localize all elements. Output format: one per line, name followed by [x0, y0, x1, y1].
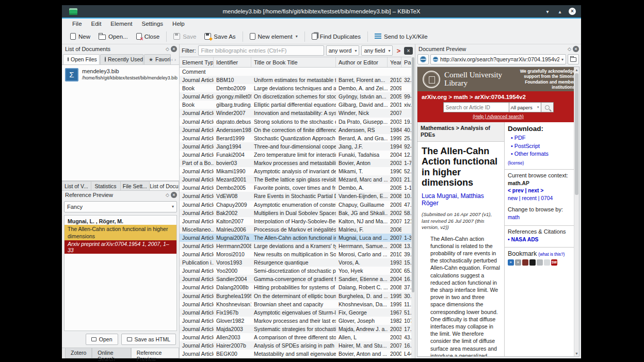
delicious-icon[interactable] — [529, 259, 536, 266]
preview-style-select[interactable]: Fancy ▾ — [64, 201, 177, 212]
browse-math-link[interactable]: math — [508, 214, 571, 221]
filter-field-mode-select[interactable]: any field ▾ — [361, 45, 393, 56]
table-row[interactable]: Comment — [180, 68, 415, 76]
table-row[interactable]: Journal ArticleDalang2008bHitting probab… — [180, 283, 415, 291]
table-row[interactable]: Journal ArticleMikami1990Asymptotic anal… — [180, 167, 415, 175]
table-row[interactable]: Journal ArticleFix1967bAsymptotic eigenv… — [180, 308, 415, 317]
column-header-element-type[interactable]: Element Type — [180, 57, 214, 67]
url-input[interactable] — [440, 56, 559, 62]
open-button[interactable]: Open — [86, 334, 118, 345]
tab-list-of-docu[interactable]: List of Docu... — [150, 182, 179, 190]
table-row[interactable]: Journal ArticleChapuy2009Asymptotic enum… — [180, 201, 415, 209]
download-link-postscript[interactable]: PostScript — [511, 142, 571, 151]
table-row[interactable]: Journal ArticleHairer2007bAnalysis of SP… — [180, 341, 415, 350]
prev-next-links[interactable]: < prev | next > — [508, 187, 571, 194]
paper-authors[interactable]: Luca Mugnai, Matthias Röger — [422, 192, 500, 207]
minimize-icon[interactable]: ▾ — [544, 9, 551, 14]
new-element-button[interactable]: New element▾ — [246, 31, 302, 42]
close-panel-icon[interactable]: × — [171, 46, 177, 52]
open-local-file-button[interactable] — [568, 54, 579, 64]
table-row[interactable]: Journal ArticleMorosi2010New results on … — [180, 250, 415, 258]
bookmark-hint-link[interactable]: (what is this?) — [538, 252, 565, 257]
nasa-ads-link[interactable]: • NASA ADS — [508, 236, 571, 243]
filter-word-mode-select[interactable]: any word ▾ — [326, 45, 360, 56]
tab-favori[interactable]: ★Favori — [144, 54, 171, 64]
table-row[interactable]: Journal ArticleWinder2007Innovation and … — [180, 109, 415, 117]
table-row[interactable]: Publication i...Voros1993Résurgence quan… — [180, 258, 415, 267]
menu-help[interactable]: Help — [168, 20, 189, 28]
sciencewise-icon[interactable]: SW — [551, 259, 557, 266]
new-button[interactable]: New — [66, 31, 94, 42]
tab-online-search[interactable]: Online Search — [92, 348, 131, 358]
table-row[interactable]: Journal ArticleAnderssen1984On the corre… — [180, 126, 415, 134]
table-row[interactable]: Bookgilbarg.truding...Elliptic partial d… — [180, 101, 415, 109]
close-icon[interactable]: × — [569, 8, 576, 15]
tab-list-of-v[interactable]: List of V... — [62, 182, 91, 190]
tab-open-files[interactable]: Open Files — [63, 54, 100, 64]
citeulike-icon[interactable]: ≡ — [508, 259, 514, 266]
table-row[interactable]: BookDembo2009Large deviations techniques… — [180, 84, 415, 92]
float-panel-icon[interactable]: ◇ — [164, 46, 171, 52]
table-row[interactable]: Miscellaneo...Malrieu2006Processus de Ma… — [180, 225, 415, 234]
maximize-icon[interactable]: ▴ — [556, 9, 564, 14]
tab-zotero[interactable]: Zotero — [65, 348, 92, 358]
float-panel-icon[interactable]: ◇ — [566, 46, 573, 52]
table-row[interactable]: Journal ArticleBerard1999Stochastic Quan… — [180, 134, 415, 142]
table-row[interactable]: Journal ArticleHerrmann2008Large deviati… — [180, 242, 415, 250]
table-row[interactable]: Journal ArticleJiang1994Three-and four-d… — [180, 142, 415, 151]
table-row[interactable]: Journal ArticleDembo2005Favorite points,… — [180, 184, 415, 192]
find-duplicates-button[interactable]: Find Duplicates — [308, 31, 365, 42]
table-row[interactable]: Journal ArticleYoo2000Semi-discretizatio… — [180, 267, 415, 275]
open-file-item[interactable]: Σ mendeley3.bib /home/fish/git/kbibtex/t… — [64, 67, 177, 83]
tab-statistics[interactable]: Statistics — [91, 182, 121, 190]
tab-scroll-arrows[interactable]: ‹› — [171, 57, 179, 64]
menu-file[interactable]: File — [68, 20, 86, 28]
save-as-button[interactable]: Save As — [200, 31, 239, 42]
arxiv-search-button[interactable] — [541, 102, 554, 112]
close-panel-icon[interactable]: × — [171, 192, 177, 198]
table-row[interactable]: Journal ArticleAllen2003A comparison of … — [180, 333, 415, 341]
table-row[interactable]: Journal ArticleVdEW08Rare Events in Stoc… — [180, 192, 415, 200]
column-header-identifier[interactable]: Identifier — [214, 57, 251, 67]
url-combobox[interactable]: ▾ — [430, 54, 566, 64]
table-row[interactable]: Journal ArticleBEGK00Metastability and s… — [180, 350, 415, 358]
reddit-icon[interactable] — [544, 259, 550, 266]
table-row[interactable]: Journal ArticleKalton2007Interpolation o… — [180, 217, 415, 225]
menu-element[interactable]: Element — [106, 20, 136, 28]
tab-file-sett[interactable]: File Sett... — [121, 182, 150, 190]
table-row[interactable]: Journal ArticleFunaki2004Zero temperatur… — [180, 151, 415, 159]
arxiv-help-links[interactable]: (Help | Advanced search) — [422, 114, 575, 119]
table-row[interactable]: Journal Articlegyongy.millet05On discret… — [180, 92, 415, 101]
table-row[interactable]: Journal ArticleMezard2001The Bethe latti… — [180, 175, 415, 184]
clear-filter-icon[interactable]: × — [404, 47, 413, 55]
table-row[interactable]: Journal ArticleGlover1982Markov processe… — [180, 317, 415, 325]
menu-edit[interactable]: Edit — [87, 20, 106, 28]
new-recent-links[interactable]: new | recent | 0704 — [508, 195, 571, 202]
close-panel-icon[interactable]: × — [573, 46, 579, 52]
table-row[interactable]: Journal ArticleBBM10Uniform estimates fo… — [180, 76, 415, 84]
float-panel-icon[interactable]: ◇ — [164, 192, 171, 198]
table-row[interactable]: Journal Articledaprato.debus...Strong so… — [180, 118, 415, 126]
digg-icon[interactable] — [537, 259, 543, 266]
save-as-html-button[interactable]: Save as HTML — [121, 334, 176, 345]
close-button[interactable]: Close — [132, 31, 164, 42]
table-row[interactable]: Journal ArticleMajda2003Systematic strat… — [180, 325, 415, 333]
arxiv-search-input[interactable] — [443, 102, 509, 112]
table-row[interactable]: Journal ArticleBak2002Multipliers in Dua… — [180, 209, 415, 217]
tab-reference-preview[interactable]: Reference Preview — [131, 348, 179, 358]
filter-input[interactable] — [198, 45, 324, 56]
table-row[interactable]: Part of a Bo...bovier03Markov processes … — [180, 159, 415, 167]
browser-scrollbar[interactable]: ▲ ▼ — [574, 67, 579, 356]
connotea-icon[interactable]: × — [515, 259, 521, 266]
send-to-lyx-kile-button[interactable]: Send to LyX/Kile — [371, 31, 432, 42]
table-row[interactable]: Journal ArticleKhoshnevisan1...Brownian … — [180, 300, 415, 308]
arxiv-scope-select[interactable]: All papers ▾ — [509, 102, 541, 112]
bibsonomy-icon[interactable] — [522, 259, 528, 266]
column-header-title-or-book-title[interactable]: Title or Book Title — [251, 57, 336, 67]
table-scrollbar[interactable] — [411, 57, 415, 358]
table-row[interactable]: Journal ArticleMugnai2007aThe Allen-Cahn… — [180, 234, 415, 242]
table-row[interactable]: Journal ArticleBurghelea1995On the deter… — [180, 292, 415, 300]
go-online-button[interactable] — [417, 54, 429, 64]
column-header-year[interactable]: Year — [388, 57, 401, 67]
arxiv-breadcrumb[interactable]: arXiv.org > math > arXiv:0704.1954v2 — [422, 94, 575, 100]
